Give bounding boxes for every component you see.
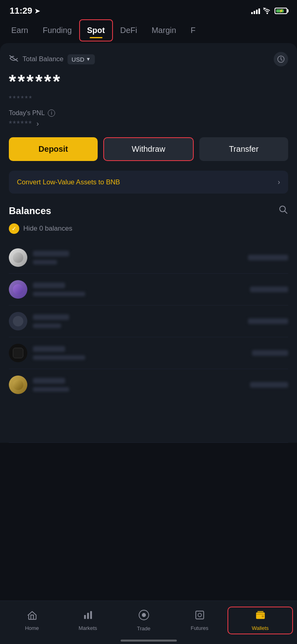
deposit-button[interactable]: Deposit	[9, 137, 98, 161]
tab-navigation: Earn Funding Spot DeFi Margin F	[0, 19, 297, 41]
asset-name-row	[33, 346, 85, 360]
asset-icon	[9, 280, 27, 299]
asset-value-col	[250, 287, 288, 292]
tab-defi[interactable]: DeFi	[113, 20, 144, 41]
svg-rect-11	[262, 615, 264, 617]
asset-value-col	[248, 255, 288, 260]
nav-home-label: Home	[25, 625, 39, 631]
svg-rect-3	[84, 615, 86, 619]
asset-icon	[9, 248, 27, 267]
balances-header: Balances	[9, 205, 288, 217]
wallets-icon	[255, 610, 266, 623]
svg-rect-5	[90, 611, 92, 619]
balance-list	[9, 242, 288, 443]
convert-text: Convert Low-Value Assets to BNB	[17, 178, 120, 186]
nav-wallets-label: Wallets	[252, 625, 268, 631]
balance-item[interactable]	[9, 274, 288, 305]
status-bar: 11:29 ➤ ⚡	[0, 0, 297, 19]
status-icons: ⚡	[251, 8, 287, 14]
tab-margin[interactable]: Margin	[144, 20, 183, 41]
action-buttons: Deposit Withdraw Transfer	[9, 137, 288, 161]
asset-left	[9, 312, 69, 330]
balance-amount: ******	[9, 70, 288, 92]
pnl-info-icon[interactable]: i	[48, 109, 55, 117]
asset-value-col	[250, 382, 288, 388]
asset-name-row	[33, 378, 69, 392]
asset-left	[9, 344, 85, 362]
futures-icon	[195, 610, 205, 623]
nav-markets-label: Markets	[78, 625, 97, 631]
withdraw-button[interactable]: Withdraw	[103, 137, 194, 161]
asset-name-row	[33, 283, 85, 296]
asset-icon	[9, 376, 27, 394]
home-icon	[27, 610, 37, 623]
battery-icon: ⚡	[274, 8, 287, 14]
asset-icon	[9, 312, 27, 330]
asset-value-col	[248, 318, 288, 324]
tab-spot[interactable]: Spot	[79, 19, 113, 41]
hide-balance-icon[interactable]	[9, 55, 18, 64]
balances-title: Balances	[9, 205, 51, 217]
nav-trade[interactable]: Trade	[116, 609, 172, 632]
asset-left	[9, 248, 69, 267]
hide-zero-label: Hide 0 balances	[23, 225, 72, 233]
nav-futures[interactable]: Futures	[172, 610, 227, 631]
svg-line-2	[285, 211, 287, 213]
tab-f[interactable]: F	[183, 20, 203, 41]
hide-zero-row[interactable]: ✓ Hide 0 balances	[9, 223, 288, 234]
signal-bars-icon	[251, 8, 260, 14]
balance-label: Total Balance USD ▼	[9, 54, 95, 64]
balance-item[interactable]	[9, 369, 288, 443]
pnl-value-row: ****** ›	[9, 119, 288, 128]
asset-name-row	[33, 251, 69, 264]
pnl-row: Today's PNL i	[9, 109, 288, 117]
asset-value-col	[252, 350, 288, 356]
convert-banner[interactable]: Convert Low-Value Assets to BNB ›	[9, 171, 288, 194]
markets-icon	[83, 610, 93, 623]
asset-left	[9, 376, 69, 394]
asset-name-row	[33, 314, 69, 328]
currency-badge[interactable]: USD ▼	[68, 54, 95, 64]
balance-item[interactable]	[9, 242, 288, 274]
nav-futures-label: Futures	[190, 625, 208, 631]
check-icon: ✓	[9, 223, 19, 234]
balance-item[interactable]	[9, 305, 288, 337]
svg-rect-8	[196, 611, 204, 619]
status-time: 11:29 ➤	[10, 6, 40, 16]
home-indicator	[121, 640, 177, 642]
nav-markets[interactable]: Markets	[60, 610, 116, 631]
tab-earn[interactable]: Earn	[4, 20, 35, 41]
main-content: Total Balance USD ▼ ****** ****** Today'…	[0, 43, 297, 443]
nav-trade-label: Trade	[137, 625, 150, 632]
tab-funding[interactable]: Funding	[35, 20, 79, 41]
svg-point-9	[198, 613, 201, 617]
convert-arrow-icon: ›	[278, 178, 280, 186]
location-icon: ➤	[35, 7, 40, 15]
asset-left	[9, 280, 85, 299]
trade-icon	[138, 609, 150, 623]
pnl-arrow-icon[interactable]: ›	[37, 120, 39, 128]
balance-item[interactable]	[9, 337, 288, 369]
history-icon[interactable]	[274, 52, 288, 66]
balance-sub: ******	[9, 95, 288, 103]
nav-home[interactable]: Home	[4, 610, 60, 631]
bottom-nav: Home Markets Trade Futures	[0, 601, 297, 644]
balance-header: Total Balance USD ▼	[9, 52, 288, 66]
svg-point-7	[142, 613, 146, 617]
asset-icon	[9, 344, 27, 362]
wifi-icon	[263, 8, 271, 14]
svg-rect-4	[87, 613, 88, 619]
nav-wallets[interactable]: Wallets	[227, 607, 293, 634]
search-balances-icon[interactable]	[279, 205, 288, 217]
transfer-button[interactable]: Transfer	[199, 137, 288, 161]
